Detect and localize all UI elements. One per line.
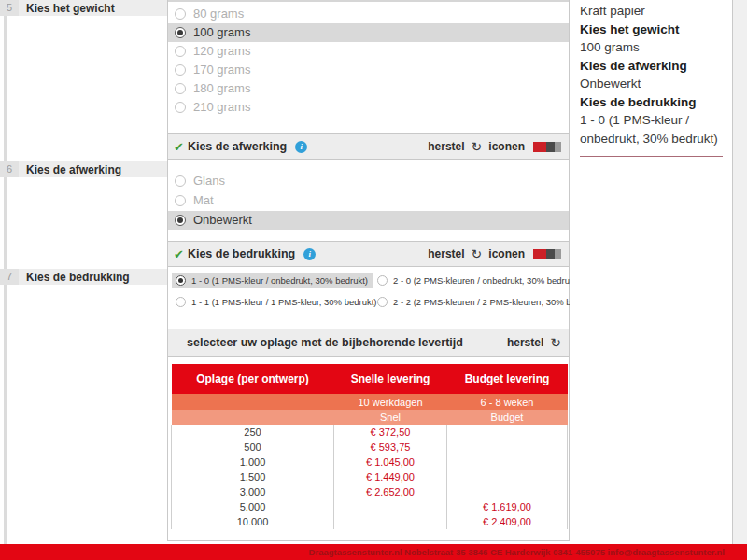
check-icon: ✔	[174, 140, 184, 154]
toggle-dark-segment	[546, 142, 555, 152]
footer-bar: Draagtassenstunter.nl Nobelstraat 35 384…	[0, 544, 747, 560]
price-budget-cell[interactable]	[447, 455, 568, 469]
weight-option-170[interactable]: 170 grams	[168, 61, 569, 79]
herstel-button[interactable]: herstel	[428, 247, 464, 260]
step-header-gewicht: 5 Kies het gewicht	[0, 0, 167, 16]
bedrukking-option-grid: 1 - 0 (1 PMS-kleur / onbedrukt, 30% bedr…	[172, 273, 566, 315]
step-header-afwerking: 6 Kies de afwerking	[0, 161, 167, 177]
radio-selected-icon	[175, 27, 186, 38]
weight-option-180[interactable]: 180 grams	[168, 79, 569, 98]
refresh-icon[interactable]: ↻	[472, 247, 483, 260]
table-row: 500 € 593,75	[172, 440, 568, 455]
step-number: 6	[0, 161, 19, 177]
step-header-bedrukking: 7 Kies de bedrukking	[0, 269, 167, 285]
bedrukking-option-2-0[interactable]: 2 - 0 (2 PMS-kleuren / onbedrukt, 30% be…	[374, 273, 580, 288]
toggle-gray-segment	[555, 142, 561, 152]
price-budget-cell[interactable]: € 2.409,00	[447, 514, 568, 529]
price-budget-cell[interactable]	[447, 484, 568, 499]
afwerking-option-glans[interactable]: Glans	[168, 172, 569, 190]
check-icon: ✔	[174, 247, 184, 261]
table-row: 5.000 € 1.619,00	[172, 499, 568, 514]
weight-option-80[interactable]: 80 grams	[168, 5, 569, 23]
bedrukking-section-header: ✔ Kies de bedrukking i herstel ↻ iconen	[168, 241, 569, 267]
bedrukking-option-2-2[interactable]: 2 - 2 (2 PMS-kleuren / 2 PMS-kleuren, 30…	[374, 294, 599, 310]
toggle-gray-segment	[555, 249, 561, 259]
icons-toggle[interactable]	[533, 142, 561, 152]
radio-icon	[377, 275, 388, 286]
qty-cell: 250	[172, 425, 334, 440]
icons-toggle[interactable]	[533, 249, 561, 259]
option-label: 210 grams	[193, 98, 250, 117]
qty-cell: 1.000	[172, 455, 334, 469]
option-label: 170 grams	[193, 61, 250, 79]
herstel-button[interactable]: herstel	[507, 336, 543, 349]
info-icon[interactable]: i	[295, 141, 307, 153]
weight-option-list: 80 grams 100 grams 120 grams 170 grams 1…	[168, 5, 569, 117]
weight-option-100[interactable]: 100 grams	[168, 23, 569, 42]
option-label: 2 - 2 (2 PMS-kleuren / 2 PMS-kleuren, 30…	[393, 297, 599, 307]
price-snel-cell[interactable]: € 1.045,00	[334, 455, 447, 469]
option-label: 80 grams	[193, 5, 244, 23]
selection-summary-sidebar: Kraft papier Kies het gewicht 100 grams …	[570, 0, 733, 544]
price-budget-cell[interactable]	[447, 469, 568, 484]
table-row: 250 € 372,50	[172, 425, 568, 440]
radio-icon	[175, 83, 186, 94]
section-title: Kies de afwerking	[188, 140, 287, 153]
option-label: 2 - 0 (2 PMS-kleuren / onbedrukt, 30% be…	[393, 275, 580, 286]
option-label: 120 grams	[193, 42, 250, 61]
price-budget-cell[interactable]	[447, 440, 568, 455]
price-budget-cell[interactable]: € 1.619,00	[447, 499, 568, 514]
summary-divider	[580, 156, 723, 157]
qty-cell: 3.000	[172, 484, 334, 499]
price-snel-cell[interactable]	[334, 514, 447, 529]
step-label: Kies de afwerking	[26, 163, 121, 176]
step-label: Kies de bedrukking	[26, 271, 130, 284]
summary-value-bedrukking: 1 - 0 (1 PMS-kleur / onbedrukt, 30% bedr…	[580, 111, 723, 147]
refresh-icon[interactable]: ↻	[472, 140, 483, 153]
column-header-budget-levering: Budget levering	[447, 364, 568, 394]
bedrukking-option-1-0[interactable]: 1 - 0 (1 PMS-kleur / onbedrukt, 30% bedr…	[172, 273, 374, 288]
summary-value-gewicht: 100 grams	[580, 38, 723, 57]
radio-icon	[175, 195, 186, 206]
table-row: 1.000 € 1.045,00	[172, 455, 568, 469]
iconen-button[interactable]: iconen	[488, 247, 525, 260]
refresh-icon[interactable]: ↻	[550, 336, 561, 349]
weight-option-210[interactable]: 210 grams	[168, 98, 569, 117]
bedrukking-option-1-1[interactable]: 1 - 1 (1 PMS-kleur / 1 PMS-kleur, 30% be…	[172, 294, 374, 310]
step-number: 7	[0, 269, 19, 285]
option-label: 1 - 1 (1 PMS-kleur / 1 PMS-kleur, 30% be…	[191, 297, 377, 307]
table-row: 3.000 € 2.652,00	[172, 484, 568, 499]
type-budget: Budget	[447, 410, 568, 425]
step-number: 5	[0, 0, 19, 16]
option-label: 1 - 0 (1 PMS-kleur / onbedrukt, 30% bedr…	[191, 275, 368, 286]
qty-cell: 1.500	[172, 469, 334, 484]
price-snel-cell[interactable]: € 372,50	[334, 425, 447, 440]
price-snel-cell[interactable]	[334, 499, 447, 514]
summary-heading-gewicht: Kies het gewicht	[580, 21, 723, 39]
panel-top-edge	[168, 0, 569, 2]
price-table: Oplage (per ontwerp) Snelle levering Bud…	[171, 364, 568, 529]
afwerking-option-onbewerkt[interactable]: Onbewerkt	[168, 211, 569, 230]
section-title: Kies de bedrukking	[188, 247, 295, 260]
radio-icon	[175, 175, 186, 187]
type-snel: Snel	[334, 410, 447, 425]
price-snel-cell[interactable]: € 2.652,00	[334, 484, 447, 499]
price-snel-cell[interactable]: € 1.449,00	[334, 469, 447, 484]
price-budget-cell[interactable]	[447, 425, 568, 440]
afwerking-option-mat[interactable]: Mat	[168, 191, 569, 210]
weight-option-120[interactable]: 120 grams	[168, 42, 569, 61]
page-right-edge	[733, 0, 747, 544]
summary-value-afwerking: Onbewerkt	[580, 75, 723, 93]
iconen-button[interactable]: iconen	[488, 140, 525, 153]
empty-cell	[172, 394, 334, 410]
delivery-type-row: Snel Budget	[172, 410, 568, 425]
herstel-button[interactable]: herstel	[428, 140, 464, 153]
afwerking-option-list: Glans Mat Onbewerkt	[168, 172, 569, 231]
radio-icon	[175, 64, 186, 76]
info-icon[interactable]: i	[303, 248, 316, 260]
configurator-panel: 80 grams 100 grams 120 grams 170 grams 1…	[167, 0, 570, 541]
option-label: 180 grams	[193, 79, 250, 98]
column-header-snelle-levering: Snelle levering	[334, 364, 447, 394]
price-table-header-row: Oplage (per ontwerp) Snelle levering Bud…	[172, 364, 568, 394]
price-snel-cell[interactable]: € 593,75	[334, 440, 447, 455]
